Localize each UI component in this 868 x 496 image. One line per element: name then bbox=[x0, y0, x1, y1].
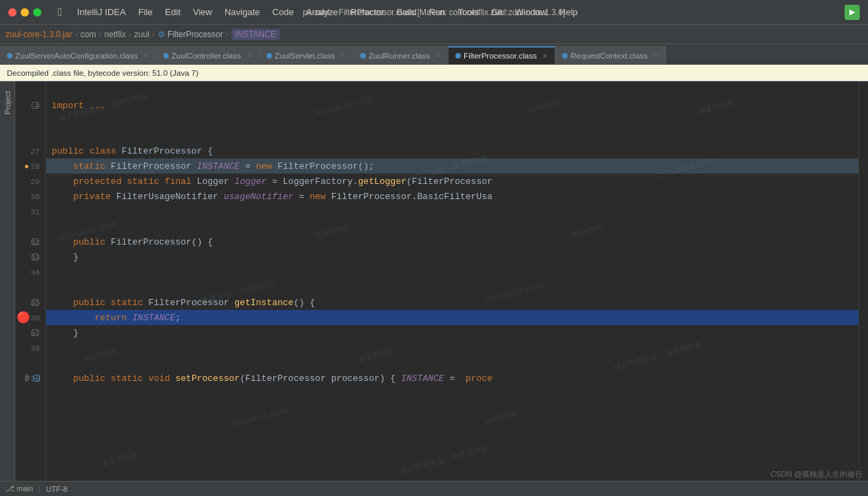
tab-zuulcontroller[interactable]: ZuulController.class ✕ bbox=[156, 46, 260, 64]
close-button[interactable] bbox=[8, 8, 17, 17]
code-line-29[interactable]: protected static final Logger logger = L… bbox=[46, 174, 868, 189]
line-num-empty5 bbox=[15, 355, 40, 371]
var-instance-28: INSTANCE bbox=[197, 161, 240, 172]
kw-public: public bbox=[52, 146, 84, 156]
apple-menu[interactable]:  bbox=[52, 3, 68, 21]
menu-code[interactable]: Code bbox=[267, 4, 299, 20]
line-numbers-gutter: 8 - 27 ● 28 29 30 31 bbox=[15, 81, 46, 496]
status-branch[interactable]: ⎇ main bbox=[6, 484, 33, 493]
code-line-27[interactable]: public class FilterProcessor { bbox=[46, 143, 868, 158]
tab-close-button[interactable]: ✕ bbox=[435, 52, 441, 59]
code-line-37[interactable]: } bbox=[46, 325, 868, 340]
tab-requestcontext[interactable]: RequestContext.class ✕ bbox=[555, 46, 666, 64]
project-panel-label[interactable]: Project bbox=[1, 87, 14, 118]
tab-zuulserverautoconfiguration[interactable]: ZuulServerAutoConfiguration.class ✕ bbox=[0, 46, 156, 64]
kw-static-28: static bbox=[73, 161, 105, 172]
code-line-34 bbox=[46, 265, 868, 280]
tab-label: ZuulServerAutoConfiguration.class bbox=[15, 52, 138, 60]
menu-edit[interactable]: Edit bbox=[160, 4, 186, 20]
main-area: Project 保护数据安全，请谨慎外发 2022-08-14 15:56 98… bbox=[0, 81, 868, 496]
run-button[interactable]: ▶ bbox=[845, 5, 860, 20]
space bbox=[84, 101, 90, 111]
breadcrumb-instance[interactable]: INSTANCE bbox=[231, 29, 280, 40]
code-line-empty-26b bbox=[46, 128, 868, 143]
tab-dot bbox=[360, 53, 366, 59]
code-line-38 bbox=[46, 340, 868, 355]
line-num-empty26 bbox=[15, 113, 40, 128]
code-line-empty-34b bbox=[46, 280, 868, 295]
var-instance-36: INSTANCE bbox=[132, 313, 175, 323]
menu-file[interactable]: File bbox=[133, 4, 158, 20]
line-num-38: 38 bbox=[15, 340, 40, 355]
line-num-34: 34 bbox=[15, 265, 40, 280]
tab-label: FilterProcessor.class bbox=[464, 52, 537, 60]
breadcrumb: zuul-core-1.3.0.jar › com › netflix › zu… bbox=[0, 25, 868, 44]
tab-dot bbox=[562, 53, 568, 59]
code-line-28[interactable]: static FilterProcessor INSTANCE = new Fi… bbox=[46, 158, 868, 174]
notice-text: Decompiled .class file, bytecode version… bbox=[7, 69, 198, 77]
tabs-bar: ZuulServerAutoConfiguration.class ✕ Zuul… bbox=[0, 44, 868, 65]
tab-label: RequestContext.class bbox=[570, 52, 648, 60]
tab-close-button[interactable]: ✕ bbox=[143, 52, 149, 59]
tab-close-button[interactable]: ✕ bbox=[542, 52, 548, 60]
status-encoding[interactable]: UTF-8 bbox=[46, 485, 68, 493]
line-num-30: 30 bbox=[15, 189, 40, 204]
breadcrumb-sep-1: › bbox=[75, 30, 78, 39]
line-num-37: 37 - bbox=[15, 325, 40, 340]
breadcrumb-sep-2: › bbox=[99, 30, 101, 39]
code-editor-area[interactable]: 保护数据安全，请谨慎外发 2022-08-14 15:56 98092896 请… bbox=[15, 81, 868, 496]
right-gutter-scrollbar[interactable] bbox=[858, 81, 868, 496]
tab-dot bbox=[267, 53, 272, 59]
code-line-33[interactable]: } bbox=[46, 249, 868, 265]
tab-close-button[interactable]: ✕ bbox=[340, 52, 346, 59]
code-editor[interactable]: 8 - 27 ● 28 29 30 31 bbox=[15, 81, 868, 496]
tab-dot bbox=[7, 53, 12, 59]
kw-return-36: return bbox=[94, 313, 127, 323]
code-line-empty-31b bbox=[46, 219, 868, 234]
csdn-watermark: CSDN @孤独是人生的修行 bbox=[771, 469, 862, 479]
code-line-31 bbox=[46, 204, 868, 219]
tab-label: ZuulServlet.class bbox=[275, 52, 335, 60]
menu-view[interactable]: View bbox=[187, 4, 218, 20]
import-dots: ... bbox=[90, 101, 105, 111]
tab-dot bbox=[163, 53, 169, 59]
code-line-26 bbox=[46, 113, 868, 128]
tab-dot bbox=[455, 53, 461, 59]
title-bar:  IntelliJ IDEA File Edit View Navigate … bbox=[0, 0, 868, 25]
line-num-29: 29 bbox=[15, 174, 40, 189]
titlebar-actions: ▶ bbox=[845, 5, 868, 20]
line-num-33: 33 - bbox=[15, 249, 40, 265]
line-num-36: 🔴 36 bbox=[15, 310, 40, 325]
code-line-30[interactable]: private FilterUsageNotifier usageNotifie… bbox=[46, 189, 868, 204]
code-line-36[interactable]: return INSTANCE ; bbox=[46, 310, 868, 325]
line-num-39: @ 39 + bbox=[15, 371, 40, 386]
code-line-35[interactable]: public static FilterProcessor getInstanc… bbox=[46, 295, 868, 310]
tab-close-button[interactable]: ✕ bbox=[653, 52, 659, 59]
tab-label: ZuulController.class bbox=[172, 52, 241, 60]
tab-close-button[interactable]: ✕ bbox=[247, 52, 252, 59]
menu-intellij[interactable]: IntelliJ IDEA bbox=[72, 4, 132, 20]
breadcrumb-sep-3: › bbox=[129, 30, 132, 39]
breadcrumb-filterprocessor[interactable]: ⚙ FilterProcessor bbox=[158, 30, 223, 39]
left-panel: Project bbox=[0, 81, 15, 496]
keyword-import: import bbox=[52, 101, 84, 111]
code-line-empty-top bbox=[46, 83, 868, 98]
breadcrumb-zuul[interactable]: zuul bbox=[134, 30, 149, 39]
line-num-empty3 bbox=[15, 219, 40, 234]
breadcrumb-com[interactable]: com bbox=[81, 30, 96, 39]
breadcrumb-netflix[interactable]: netflix bbox=[104, 30, 125, 39]
code-line-8[interactable]: import ... bbox=[46, 98, 868, 113]
line-num-empty2 bbox=[15, 128, 40, 143]
tab-filterprocessor[interactable]: FilterProcessor.class ✕ bbox=[448, 46, 555, 64]
breadcrumb-jar[interactable]: zuul-core-1.3.0.jar bbox=[6, 30, 72, 39]
tab-zuulservlet[interactable]: ZuulServlet.class ✕ bbox=[260, 46, 354, 64]
minimize-button[interactable] bbox=[21, 8, 29, 17]
tab-zuulrunner[interactable]: ZuulRunner.class ✕ bbox=[353, 46, 448, 64]
code-line-39[interactable]: public static void setProcessor ( Filter… bbox=[46, 371, 868, 386]
maximize-button[interactable] bbox=[33, 8, 41, 17]
breadcrumb-sep-5: › bbox=[226, 30, 229, 39]
menu-navigate[interactable]: Navigate bbox=[219, 4, 265, 20]
line-num-35: 35 - bbox=[15, 295, 40, 310]
code-line-32[interactable]: public FilterProcessor () { bbox=[46, 234, 868, 249]
code-content[interactable]: import ... public class FilterProcessor … bbox=[46, 81, 868, 496]
